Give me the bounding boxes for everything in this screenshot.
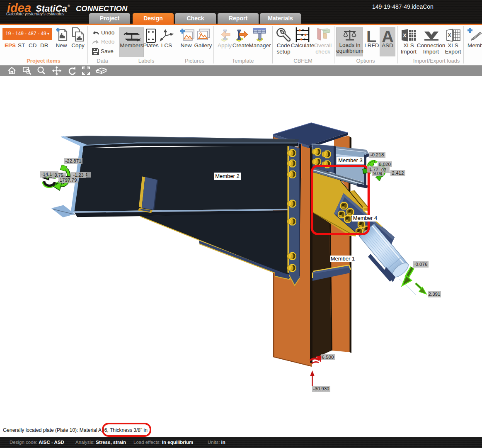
svg-text:®: ® — [68, 4, 70, 8]
svg-text:X: X — [403, 32, 407, 39]
svg-text:X: X — [448, 32, 451, 38]
svg-text:CONNECTION: CONNECTION — [76, 4, 128, 13]
